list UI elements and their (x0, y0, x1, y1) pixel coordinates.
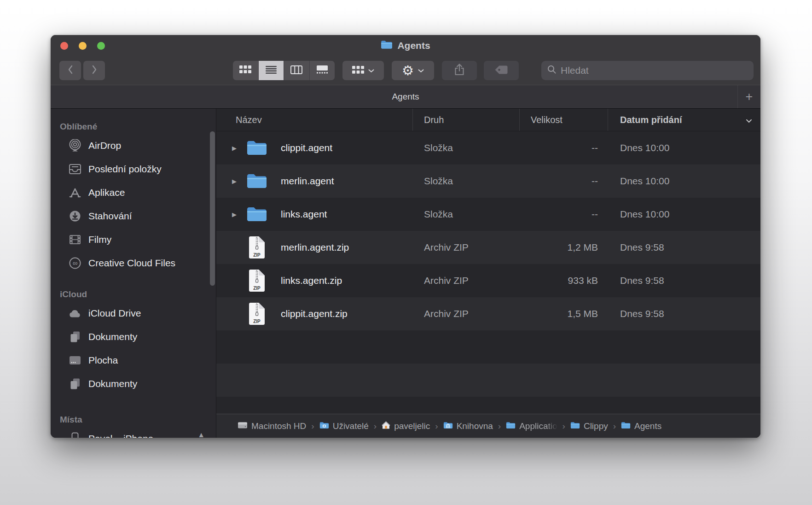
tab-agents[interactable]: Agents (392, 92, 419, 102)
appstore-icon (68, 186, 82, 199)
file-name: merlin.agent.zip (281, 242, 349, 253)
column-header-size[interactable]: Velikost (520, 109, 608, 131)
file-row[interactable]: ▶ merlin.agent Složka -- Dnes 10:00 (216, 164, 760, 198)
search-placeholder: Hledat (561, 65, 589, 76)
sidebar-item-label: AirDrop (88, 140, 121, 151)
path-item-home[interactable]: paveljelic (382, 421, 430, 431)
sidebar-item-label: Filmy (88, 234, 111, 245)
file-name: merlin.agent (281, 176, 334, 187)
path-label: Knihovna (457, 421, 493, 431)
sidebar-item-airdrop[interactable]: AirDrop (51, 134, 216, 157)
file-date-added: Dnes 10:00 (608, 209, 760, 220)
chevron-down-icon (368, 66, 374, 75)
folder-icon (244, 206, 270, 222)
window-controls (60, 42, 105, 50)
path-item-agents[interactable]: Agents (621, 421, 661, 431)
file-name: links.agent.zip (281, 275, 342, 286)
recents-icon (68, 163, 82, 176)
folder-icon (570, 422, 580, 431)
file-size: 1,5 MB (520, 308, 608, 319)
file-row[interactable]: ZIP links.agent.zip Archiv ZIP 933 kB Dn… (216, 264, 760, 297)
sidebar-item-documents[interactable]: Dokumenty (51, 325, 216, 348)
new-tab-button[interactable]: + (737, 85, 760, 108)
toolbar: ⚙ Hledat (51, 56, 760, 85)
view-list-button[interactable] (259, 61, 284, 80)
path-label: Agents (634, 421, 661, 431)
sidebar-scrollbar[interactable] (210, 131, 215, 286)
sidebar-item-iphone[interactable]: Pavel – iPhone ▲ (51, 427, 216, 438)
back-button[interactable] (59, 61, 81, 80)
sidebar-item-desktop[interactable]: Plocha (51, 348, 216, 372)
disclosure-triangle[interactable]: ▶ (232, 211, 244, 218)
sidebar-item-icloud-drive[interactable]: iCloud Drive (51, 301, 216, 325)
chevron-left-icon (68, 65, 73, 76)
view-columns-button[interactable] (284, 61, 309, 80)
folder-icon (506, 422, 516, 431)
file-size: -- (520, 142, 608, 153)
path-label: Uživatelé (333, 421, 369, 431)
users-folder-icon (319, 422, 329, 431)
file-list: Název Druh Velikost Datum přidání ▶ clip… (216, 109, 760, 438)
list-view-icon (266, 66, 277, 76)
folder-icon (621, 422, 631, 431)
sidebar-item-downloads[interactable]: Stahování (51, 204, 216, 228)
file-kind: Složka (413, 142, 520, 153)
sidebar-item-applications[interactable]: Aplikace (51, 181, 216, 204)
sidebar-item-creative-cloud[interactable]: ∞ Creative Cloud Files (51, 251, 216, 275)
view-icons-button[interactable] (233, 61, 258, 80)
sidebar-item-movies[interactable]: Filmy (51, 228, 216, 251)
sort-chevron-icon (746, 115, 752, 125)
zoom-button[interactable] (97, 42, 105, 50)
column-header-date-added[interactable]: Datum přidání (608, 109, 760, 131)
forward-button[interactable] (83, 61, 105, 80)
icon-view-icon (239, 65, 251, 76)
documents-icon (68, 377, 82, 390)
eject-icon[interactable]: ▲ (197, 431, 205, 438)
documents-icon (68, 330, 82, 343)
path-item-library[interactable]: Knihovna (443, 421, 493, 431)
path-label: Clippy (584, 421, 608, 431)
disclosure-triangle[interactable]: ▶ (232, 145, 244, 152)
gallery-view-icon (316, 65, 328, 76)
group-by-button[interactable] (342, 61, 384, 80)
zip-file-icon: ZIP (244, 236, 270, 259)
column-header-name[interactable]: Název (216, 109, 413, 131)
path-item-macintosh-hd[interactable]: Macintosh HD (238, 421, 306, 431)
window-title: Agents (381, 40, 430, 52)
window-title-text: Agents (397, 40, 430, 51)
folder-proxy-icon (381, 40, 393, 52)
file-row[interactable]: ZIP clippit.agent.zip Archiv ZIP 1,5 MB … (216, 297, 760, 330)
window-content: Oblíbené AirDrop Poslední položky Aplika… (51, 109, 760, 438)
path-bar: Macintosh HD › Uživatelé › paveljelic › … (216, 414, 760, 438)
file-rows: ▶ clippit.agent Složka -- Dnes 10:00 ▶ m… (216, 131, 760, 330)
sidebar-item-label: Aplikace (88, 187, 125, 198)
path-separator: › (311, 421, 314, 431)
download-icon (68, 210, 82, 223)
path-item-users[interactable]: Uživatelé (319, 421, 369, 431)
svg-text:∞: ∞ (73, 259, 78, 267)
sidebar-item-recents[interactable]: Poslední položky (51, 157, 216, 181)
share-button[interactable] (442, 61, 477, 80)
path-item-clippy[interactable]: Clippy (570, 421, 608, 431)
file-row[interactable]: ▶ clippit.agent Složka -- Dnes 10:00 (216, 131, 760, 164)
path-separator: › (563, 421, 565, 431)
tag-button[interactable] (484, 61, 519, 80)
path-label: Applicatio (519, 421, 557, 431)
sidebar-section-places: Místa (51, 413, 216, 427)
path-item-application-support[interactable]: Applicatio (506, 421, 557, 431)
view-gallery-button[interactable] (310, 61, 335, 80)
hard-drive-icon (238, 421, 248, 431)
search-field[interactable]: Hledat (541, 61, 754, 80)
action-menu-button[interactable]: ⚙ (392, 61, 434, 80)
path-separator: › (498, 421, 501, 431)
column-header-kind[interactable]: Druh (413, 109, 520, 131)
minimize-button[interactable] (79, 42, 87, 50)
sidebar-item-documents-2[interactable]: Dokumenty (51, 372, 216, 395)
close-button[interactable] (60, 42, 68, 50)
file-row[interactable]: ZIP merlin.agent.zip Archiv ZIP 1,2 MB D… (216, 231, 760, 264)
list-header: Název Druh Velikost Datum přidání (216, 109, 760, 131)
file-row[interactable]: ▶ links.agent Složka -- Dnes 10:00 (216, 198, 760, 231)
sidebar-item-label: iCloud Drive (88, 308, 141, 319)
zip-file-icon: ZIP (244, 302, 270, 325)
disclosure-triangle[interactable]: ▶ (232, 178, 244, 185)
